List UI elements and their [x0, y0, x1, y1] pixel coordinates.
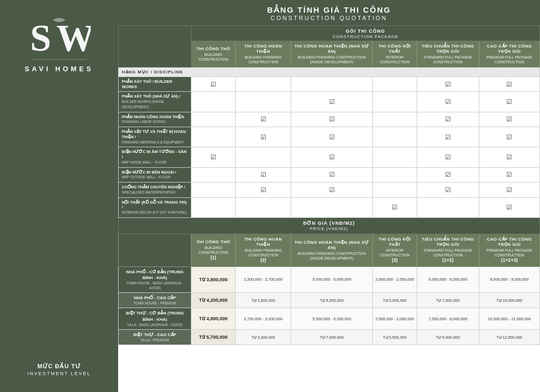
check-5-5: ☑: [417, 147, 479, 167]
goi-header-cell: GÓI THI CÔNG CONSTRUCTION PACKAGE: [191, 26, 540, 41]
check-2-4: [372, 92, 417, 112]
svg-text:S: S: [30, 17, 51, 57]
check-3-3: ☑: [291, 112, 373, 127]
price-val-1-3: 5,000,000 - 6,000,000: [291, 266, 373, 293]
price-highlight-3: Từ 4,800,000: [191, 308, 236, 329]
price-val-1-6: 8,000,000 - 9,000,000: [479, 266, 539, 293]
check-5-4: [372, 147, 417, 167]
price-inv-col-header: [119, 234, 191, 266]
price-val-2-3: Từ 6,500,000: [291, 293, 373, 308]
check-3-5: ☑: [417, 112, 479, 127]
col-header-4: THI CÔNG NỘI THẤT INTERIOR CONSTRUCTION: [372, 41, 417, 68]
logo-icon: S W: [27, 15, 91, 57]
price-val-3-6: 10,000,000 - 11,000,000: [479, 308, 539, 329]
price-row-4: BIỆT THỰ - CAO CẤP VILLA - PREMIUM Từ 5,…: [119, 329, 540, 345]
price-val-3-3: 5,500,000 - 6,500,000: [291, 308, 373, 329]
investment-level-label: MỨC ĐẦU TƯ INVESTMENT LEVEL: [22, 358, 96, 381]
price-header-vn: ĐƠN GIÁ (VNĐ/M2): [303, 221, 355, 226]
price-val-3-5: 7,500,000 - 8,000,000: [417, 308, 479, 329]
table-row: PHẦN NHÂN CÔNG HOÀN THIỆN FINISHING LABO…: [119, 112, 540, 127]
check-6-6: ☑: [479, 167, 539, 183]
price-highlight-2: Từ 4,200,000: [191, 293, 236, 308]
col-header-5: TIÊU CHUẨN THI CÔNG TRỌN GÓI STANDARD FU…: [417, 41, 479, 68]
check-4-5: ☑: [417, 127, 479, 147]
price-val-2-2: Từ 2,800,000: [235, 293, 291, 308]
svg-text:W: W: [56, 17, 91, 57]
price-row-3: BIỆT THỰ - CƠ BẢN (TRUNG BÌNH - KHÁ) VIL…: [119, 308, 540, 329]
title-header: BẢNG TÍNH GIÁ THI CÔNG CONSTRUCTION QUOT…: [118, 0, 540, 25]
main-content: BẢNG TÍNH GIÁ THI CÔNG CONSTRUCTION QUOT…: [118, 0, 540, 392]
check-1-1: ☑: [191, 77, 236, 92]
row-label-8: NỘI THẤT (ĐỒ GỖ VÀ TRANG TRÍ) / INTERIOR…: [119, 197, 191, 217]
price-col-h-3: THI CÔNG HOÀN THIỆN (NHÀ DỰ ÁN) BUILDING…: [291, 234, 373, 266]
price-val-3-4: 2,500,000 - 3,000,000: [372, 308, 417, 329]
check-6-5: ☑: [417, 167, 479, 183]
sidebar-bottom: MỨC ĐẦU TƯ INVESTMENT LEVEL: [22, 82, 96, 392]
check-6-3: ☑: [291, 167, 373, 183]
check-1-2: [235, 77, 291, 92]
check-8-2: [235, 197, 291, 217]
check-6-2: ☑: [235, 167, 291, 183]
goi-header-en: CONSTRUCTION PACKAGE: [333, 34, 399, 39]
row-label-2: PHẦN XÂY THÔ (NHÀ DỰ ÁN) / BUILDER WORKS…: [119, 92, 191, 112]
row-label-3: PHẦN NHÂN CÔNG HOÀN THIỆN FINISHING LABO…: [119, 112, 191, 127]
price-val-1-5: 6,000,000 - 6,500,000: [417, 266, 479, 293]
check-4-6: ☑: [479, 127, 539, 147]
check-7-6: ☑: [479, 183, 539, 198]
price-val-2-5: Từ 7,000,000: [417, 293, 479, 308]
table-row: CHỐNG THẤM CHUYÊN NGHIỆP / SPECIALISED W…: [119, 183, 540, 198]
check-1-3: [291, 77, 373, 92]
price-val-3-2: 2,700,000 - 3,200,000: [235, 308, 291, 329]
price-val-2-6: Từ 10,000,000: [479, 293, 539, 308]
title-vn: BẢNG TÍNH GIÁ THI CÔNG: [123, 5, 535, 15]
check-5-6: ☑: [479, 147, 539, 167]
price-val-4-4: Từ 3,500,000: [372, 329, 417, 345]
goi-header-vn: GÓI THI CÔNG: [346, 28, 385, 34]
page-container: S W SAVI HOMES MỨC ĐẦU TƯ INVESTMENT LEV…: [0, 0, 540, 392]
check-7-5: ☑: [417, 183, 479, 198]
price-header-en: PRICE (VND/M2): [310, 226, 348, 231]
check-8-1: [191, 197, 236, 217]
check-4-1: [191, 127, 236, 147]
check-1-4: [372, 77, 417, 92]
col-header-2: THI CÔNG HOÀN THIỆN BUILDING FINISHING C…: [235, 41, 291, 68]
check-4-4: [372, 127, 417, 147]
price-row-2: NHÀ PHỐ - CAO CẤP TOWN HOUSE - PREMIUM T…: [119, 293, 540, 308]
title-en: CONSTRUCTION QUOTATION: [123, 15, 535, 21]
row-label-6: ĐIỆN NƯỚC ĐI BÊN NGOÀI / MEP OUTSIDE WAL…: [119, 167, 191, 183]
row-label-1: PHẦN XÂY THÔ / BUILDER WORKS: [119, 77, 191, 92]
price-val-4-6: Từ 12,500,000: [479, 329, 539, 345]
logo-area: S W SAVI HOMES: [20, 5, 99, 82]
check-2-3: ☑: [291, 92, 373, 112]
sidebar: S W SAVI HOMES MỨC ĐẦU TƯ INVESTMENT LEV…: [0, 0, 118, 392]
check-3-2: ☑: [235, 112, 291, 127]
check-5-3: ☑: [291, 147, 373, 167]
row-label-5: ĐIỆN NƯỚC ĐI ÂM TƯỜNG - SÀN / MEP INSIDE…: [119, 147, 191, 167]
price-val-2-4: Từ 3,000,000: [372, 293, 417, 308]
price-inv-label-2: NHÀ PHỐ - CAO CẤP TOWN HOUSE - PREMIUM: [119, 293, 191, 308]
check-3-6: ☑: [479, 112, 539, 127]
check-2-6: ☑: [479, 92, 539, 112]
check-5-1: ☑: [191, 147, 236, 167]
col-header-1: THI CÔNG THÔ BUILDING CONSTRUCTION: [191, 41, 236, 68]
check-7-3: ☑: [291, 183, 373, 198]
table-wrapper: GÓI THI CÔNG CONSTRUCTION PACKAGE THI CÔ…: [118, 25, 540, 392]
price-val-4-3: Từ 7,000,000: [291, 329, 373, 345]
main-table: GÓI THI CÔNG CONSTRUCTION PACKAGE THI CÔ…: [118, 25, 540, 345]
goi-header-row: GÓI THI CÔNG CONSTRUCTION PACKAGE: [119, 26, 540, 41]
price-col-h-2: THI CÔNG HOÀN THIỆN BUILDING FINISHING C…: [235, 234, 291, 266]
price-inv-label-3: BIỆT THỰ - CƠ BẢN (TRUNG BÌNH - KHÁ) VIL…: [119, 308, 191, 329]
price-col-h-4: THI CÔNG NỘI THẤT INTERIOR CONSTRUCTION …: [372, 234, 417, 266]
price-col-h-1: THI CÔNG THÔ BUILDING CONSTRUCTION (1): [191, 234, 236, 266]
col-header-3: THI CÔNG HOÀN THIỆN (NHÀ DỰ ÁN) BUILDING…: [291, 41, 373, 68]
price-header-cell: ĐƠN GIÁ (VNĐ/M2) PRICE (VND/M2): [119, 217, 540, 234]
check-8-6: ☑: [479, 197, 539, 217]
check-7-2: ☑: [235, 183, 291, 198]
check-4-3: ☑: [291, 127, 373, 147]
check-8-5: [417, 197, 479, 217]
check-4-2: ☑: [235, 127, 291, 147]
price-val-1-4: 2,000,000 - 2,500,000: [372, 266, 417, 293]
price-col-h-6: CAO CẤP THI CÔNG TRỌN GÓI PREMIUM FULL P…: [479, 234, 539, 266]
table-row: ĐIỆN NƯỚC ĐI ÂM TƯỜNG - SÀN / MEP INSIDE…: [119, 147, 540, 167]
discipline-header-cell: HẠNG MỤC / DISCIPLINE: [119, 67, 540, 77]
